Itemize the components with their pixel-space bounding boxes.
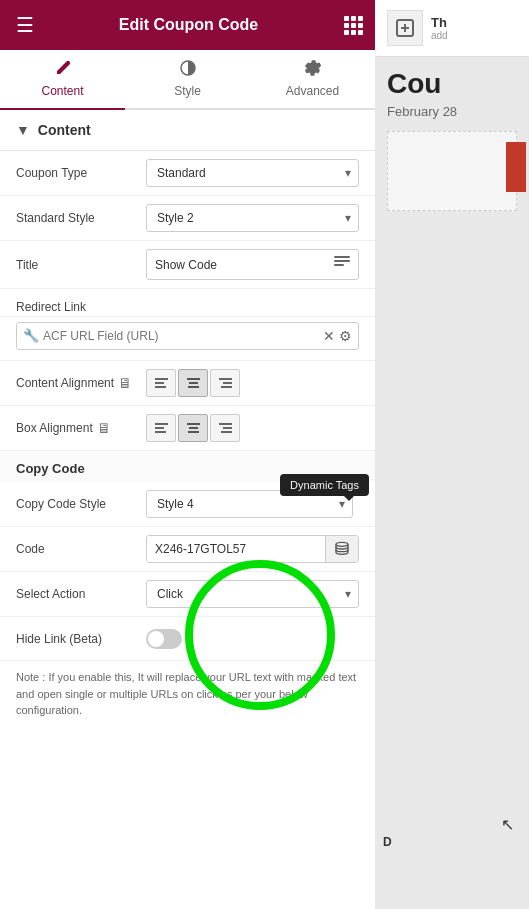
preview-coupon-red-bar [506, 142, 526, 192]
hamburger-icon[interactable]: ☰ [16, 13, 34, 37]
svg-rect-20 [223, 382, 232, 384]
svg-point-31 [336, 542, 348, 546]
box-align-center-btn[interactable] [178, 414, 208, 442]
box-align-right-btn[interactable] [210, 414, 240, 442]
svg-rect-10 [334, 256, 350, 258]
content-alignment-row: Content Alignment 🖥 [0, 361, 375, 406]
svg-rect-8 [358, 30, 363, 35]
title-control [146, 249, 359, 280]
tab-content[interactable]: Content [0, 50, 125, 110]
collapse-arrow[interactable]: ▼ [16, 122, 30, 138]
preview-subtitle: add [431, 30, 448, 41]
code-input-wrap [146, 535, 359, 563]
tab-style[interactable]: Style [125, 50, 250, 110]
svg-rect-16 [187, 378, 200, 380]
standard-style-control: Style 2 [146, 204, 359, 232]
title-input-wrap [146, 249, 359, 280]
copy-code-label: Copy Code [16, 461, 85, 476]
title-row: Title [0, 241, 375, 289]
tab-advanced-label: Advanced [286, 84, 339, 98]
header-title: Edit Coupon Code [119, 16, 259, 34]
svg-rect-5 [358, 23, 363, 28]
coupon-type-select-wrap: Standard [146, 159, 359, 187]
header: ☰ Edit Coupon Code [0, 0, 375, 50]
monitor-icon-1: 🖥 [118, 375, 132, 391]
tab-advanced[interactable]: Advanced [250, 50, 375, 110]
content-alignment-control [146, 369, 359, 397]
preview-top-bar: Th add [375, 0, 529, 57]
redirect-link-control: 🔧 ✕ ⚙ [16, 322, 359, 350]
svg-rect-12 [334, 264, 344, 266]
redirect-link-label-row: Redirect Link [0, 289, 375, 317]
note-text: Note : If you enable this, It will repla… [0, 661, 375, 727]
svg-rect-24 [155, 431, 166, 433]
hide-link-row: Hide Link (Beta) [0, 617, 375, 661]
preview-title-block: Th add [431, 15, 448, 41]
code-label: Code [16, 542, 146, 556]
box-alignment-label: Box Alignment 🖥 [16, 420, 146, 436]
redirect-link-input[interactable] [43, 323, 319, 349]
svg-rect-26 [189, 427, 198, 429]
content-align-left-btn[interactable] [146, 369, 176, 397]
svg-rect-18 [188, 386, 199, 388]
svg-rect-15 [155, 386, 166, 388]
coupon-type-select[interactable]: Standard [146, 159, 359, 187]
standard-style-select[interactable]: Style 2 [146, 204, 359, 232]
tab-bar: Content Style Advanced [0, 50, 375, 110]
tab-content-label: Content [41, 84, 83, 98]
svg-rect-14 [155, 382, 164, 384]
svg-rect-30 [221, 431, 232, 433]
select-action-select-wrap: Click [146, 580, 359, 608]
title-input[interactable] [147, 252, 326, 278]
box-alignment-control [146, 414, 359, 442]
svg-rect-21 [221, 386, 232, 388]
svg-rect-11 [334, 260, 350, 262]
dynamic-tags-tooltip: Dynamic Tags [280, 474, 369, 496]
coupon-type-label: Coupon Type [16, 166, 146, 180]
code-db-icon-btn[interactable] [325, 536, 358, 562]
select-action-label: Select Action [16, 587, 146, 601]
svg-rect-27 [188, 431, 199, 433]
title-label: Title [16, 258, 146, 272]
select-action-select[interactable]: Click [146, 580, 359, 608]
copy-code-style-label: Copy Code Style [16, 497, 146, 511]
grid-icon[interactable] [343, 15, 359, 35]
redirect-link-row: 🔧 ✕ ⚙ [0, 317, 375, 361]
preview-bottom-d: D [383, 835, 392, 849]
box-align-label-text: Box Alignment [16, 421, 93, 435]
title-stack-icon[interactable] [326, 250, 358, 279]
svg-rect-19 [219, 378, 232, 380]
preview-coupon-area [387, 131, 517, 211]
url-clear-icon[interactable]: ✕ [323, 328, 335, 344]
select-action-control: Click [146, 580, 359, 608]
style-icon [180, 60, 196, 80]
svg-rect-1 [351, 16, 356, 21]
hide-link-toggle[interactable] [146, 629, 182, 649]
preview-heading: Cou [387, 69, 517, 100]
dynamic-tags-text: Dynamic Tags [290, 479, 359, 491]
section-content-header: ▼ Content [0, 110, 375, 151]
standard-style-row: Standard Style Style 2 [0, 196, 375, 241]
svg-rect-3 [344, 23, 349, 28]
url-settings-icon[interactable]: ⚙ [339, 328, 352, 344]
content-alignment-label: Content Alignment 🖥 [16, 375, 146, 391]
code-input[interactable] [147, 536, 325, 562]
copy-code-style-control: Style 4 Dynamic Tags [146, 490, 359, 518]
code-row: Code [0, 527, 375, 572]
svg-rect-2 [358, 16, 363, 21]
cursor-icon: ↖ [501, 815, 514, 834]
coupon-type-row: Coupon Type Standard [0, 151, 375, 196]
hide-link-label: Hide Link (Beta) [16, 632, 146, 646]
content-align-right-btn[interactable] [210, 369, 240, 397]
svg-rect-29 [223, 427, 232, 429]
preview-title: Th [431, 15, 448, 30]
preview-icon-box [387, 10, 423, 46]
wrench-icon: 🔧 [23, 328, 39, 343]
standard-style-select-wrap: Style 2 [146, 204, 359, 232]
svg-rect-7 [351, 30, 356, 35]
box-alignment-row: Box Alignment 🖥 [0, 406, 375, 451]
preview-bottom-area: D [383, 835, 392, 849]
box-align-left-btn[interactable] [146, 414, 176, 442]
hide-link-control [146, 629, 359, 649]
content-align-center-btn[interactable] [178, 369, 208, 397]
